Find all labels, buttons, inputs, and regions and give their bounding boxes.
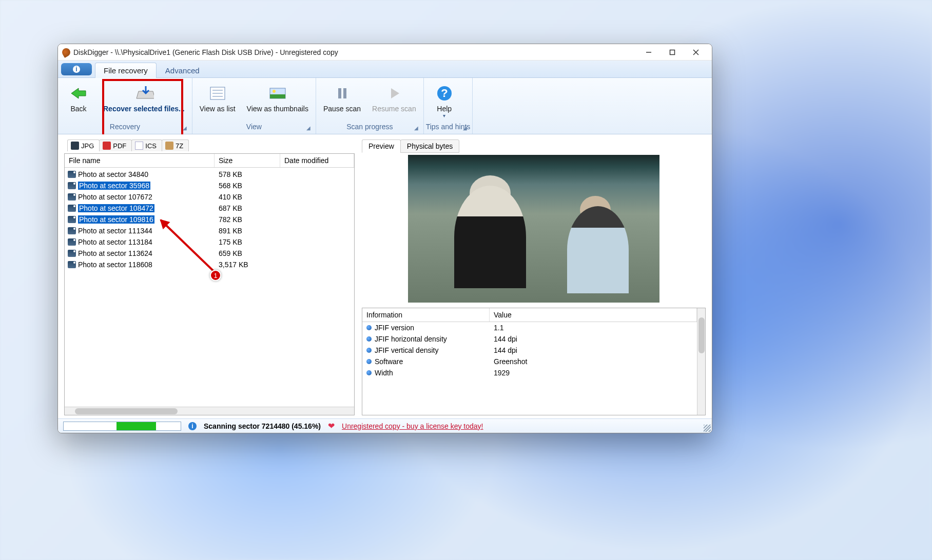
view-thumbnails-button[interactable]: View as thumbnails bbox=[242, 81, 314, 121]
file-size: 410 KB bbox=[215, 193, 280, 201]
file-size: 175 KB bbox=[215, 238, 280, 246]
metadata-key: JFIF version bbox=[375, 324, 414, 332]
pause-icon bbox=[332, 84, 353, 103]
pdf-icon bbox=[103, 142, 111, 150]
file-size: 782 KB bbox=[215, 215, 280, 224]
column-header-filename[interactable]: File name bbox=[65, 154, 215, 167]
table-row[interactable]: Photo at sector 111344891 KB bbox=[65, 225, 354, 236]
photo-file-icon bbox=[68, 261, 76, 268]
bullet-icon bbox=[366, 370, 372, 375]
photo-file-icon bbox=[68, 238, 76, 246]
metadata-body: JFIF version1.1JFIF horizontal density14… bbox=[362, 322, 697, 378]
ribbon-tabstrip: i File recovery Advanced bbox=[58, 61, 712, 78]
preview-pane: Preview Physical bytes Information Value… bbox=[362, 139, 706, 415]
window-title: DiskDigger - \\.\PhysicalDrive1 (Generic… bbox=[73, 48, 637, 56]
metadata-row: JFIF horizontal density144 dpi bbox=[362, 333, 697, 345]
jpg-icon bbox=[71, 142, 79, 150]
table-row[interactable]: Photo at sector 113184175 KB bbox=[65, 236, 354, 248]
close-button[interactable] bbox=[684, 45, 708, 59]
metadata-value: 144 dpi bbox=[490, 346, 697, 354]
ribbon-group-label-scan: Scan progress ◢ bbox=[318, 121, 421, 134]
table-row[interactable]: Photo at sector 109816782 KB bbox=[65, 214, 354, 225]
info-pill-button[interactable]: i bbox=[61, 63, 92, 75]
resize-grip[interactable] bbox=[704, 425, 711, 432]
svg-rect-1 bbox=[670, 50, 675, 54]
ribbon-group-view: View as list View as thumbnails View ◢ bbox=[192, 78, 316, 134]
maximize-button[interactable] bbox=[661, 45, 684, 59]
svg-text:?: ? bbox=[441, 87, 448, 99]
minimize-button[interactable] bbox=[637, 45, 661, 59]
photo-file-icon bbox=[68, 171, 76, 178]
info-icon: i bbox=[188, 422, 197, 430]
filter-tab-ics[interactable]: ICS bbox=[131, 139, 162, 151]
file-name: Photo at sector 113624 bbox=[78, 249, 152, 257]
metadata-value: 1929 bbox=[490, 369, 697, 377]
file-size: 687 KB bbox=[215, 204, 280, 212]
table-row[interactable]: Photo at sector 107672410 KB bbox=[65, 191, 354, 203]
tab-physical-bytes[interactable]: Physical bytes bbox=[400, 139, 459, 153]
help-icon: ? bbox=[434, 84, 455, 103]
ribbon-group-label-view: View ◢ bbox=[195, 121, 314, 134]
dialog-launcher-icon[interactable]: ◢ bbox=[414, 125, 418, 131]
photo-file-icon bbox=[68, 182, 76, 189]
dialog-launcher-icon[interactable]: ◢ bbox=[306, 125, 310, 131]
table-row[interactable]: Photo at sector 113624659 KB bbox=[65, 248, 354, 259]
metadata-table: Information Value JFIF version1.1JFIF ho… bbox=[362, 308, 706, 415]
horizontal-scrollbar[interactable] bbox=[65, 407, 354, 415]
metadata-row: SoftwareGreenshot bbox=[362, 356, 697, 367]
tab-advanced[interactable]: Advanced bbox=[157, 63, 208, 78]
table-row[interactable]: Photo at sector 34840578 KB bbox=[65, 169, 354, 180]
column-header-information[interactable]: Information bbox=[362, 308, 490, 322]
file-name: Photo at sector 35968 bbox=[78, 182, 150, 190]
table-row[interactable]: Photo at sector 35968568 KB bbox=[65, 180, 354, 191]
file-name: Photo at sector 107672 bbox=[78, 193, 152, 201]
vertical-scrollbar[interactable] bbox=[697, 308, 705, 415]
scrollbar-thumb[interactable] bbox=[75, 408, 178, 414]
buy-license-link[interactable]: Unregistered copy - buy a license key to… bbox=[342, 422, 483, 430]
filetype-filter-tabs: JPG PDF ICS 7Z bbox=[64, 139, 355, 153]
preview-figure bbox=[567, 206, 629, 293]
file-table-body[interactable]: Photo at sector 34840578 KBPhoto at sect… bbox=[65, 168, 354, 407]
filter-tab-pdf[interactable]: PDF bbox=[99, 139, 132, 151]
preview-figure bbox=[454, 186, 526, 288]
minimize-icon bbox=[646, 49, 652, 55]
svg-rect-15 bbox=[343, 88, 346, 98]
file-size: 568 KB bbox=[215, 182, 280, 190]
metadata-value: 1.1 bbox=[490, 324, 697, 332]
recover-icon bbox=[133, 84, 154, 103]
file-size: 578 KB bbox=[215, 170, 280, 178]
photo-file-icon bbox=[68, 216, 76, 223]
photo-file-icon bbox=[68, 205, 76, 212]
dialog-launcher-icon[interactable]: ◢ bbox=[463, 125, 467, 131]
filter-tab-jpg[interactable]: JPG bbox=[67, 139, 100, 151]
tab-file-recovery[interactable]: File recovery bbox=[95, 63, 157, 78]
recover-selected-button[interactable]: Recover selected files... bbox=[98, 81, 190, 121]
ribbon-group-tips: ? Help ▾ Tips and hints ◢ bbox=[424, 78, 473, 134]
metadata-value: Greenshot bbox=[490, 357, 697, 366]
column-header-value[interactable]: Value bbox=[490, 308, 697, 322]
tab-preview[interactable]: Preview bbox=[362, 139, 401, 153]
scrollbar-thumb[interactable] bbox=[698, 317, 705, 353]
resume-scan-button: Resume scan bbox=[367, 81, 421, 121]
table-row[interactable]: Photo at sector 108472687 KB bbox=[65, 203, 354, 214]
column-header-date[interactable]: Date modified bbox=[280, 154, 354, 167]
ics-icon bbox=[135, 142, 143, 150]
svg-rect-14 bbox=[338, 88, 341, 98]
ribbon: Back Recover selected files... Recovery … bbox=[58, 78, 712, 134]
back-arrow-icon bbox=[68, 84, 89, 103]
file-table-header: File name Size Date modified bbox=[65, 154, 354, 168]
help-button[interactable]: ? Help ▾ bbox=[426, 81, 463, 121]
dialog-launcher-icon[interactable]: ◢ bbox=[183, 125, 187, 131]
view-list-button[interactable]: View as list bbox=[195, 81, 241, 121]
titlebar: DiskDigger - \\.\PhysicalDrive1 (Generic… bbox=[58, 44, 712, 61]
file-size: 891 KB bbox=[215, 227, 280, 235]
file-table: File name Size Date modified Photo at se… bbox=[64, 153, 355, 415]
back-button[interactable]: Back bbox=[60, 81, 97, 121]
svg-marker-6 bbox=[71, 88, 86, 98]
thumbnails-icon bbox=[267, 84, 288, 103]
column-header-size[interactable]: Size bbox=[215, 154, 280, 167]
filter-tab-7z[interactable]: 7Z bbox=[162, 139, 189, 151]
pause-scan-button[interactable]: Pause scan bbox=[318, 81, 366, 121]
list-icon bbox=[207, 84, 228, 103]
photo-file-icon bbox=[68, 227, 76, 234]
